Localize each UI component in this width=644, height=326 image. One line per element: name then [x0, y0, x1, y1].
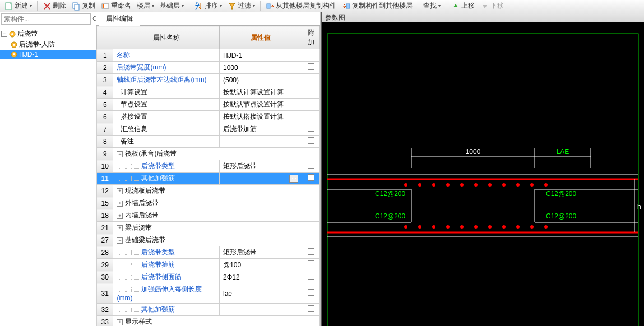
grid-row[interactable]: 6 搭接设置按默认搭接设置计算 [97, 111, 320, 123]
prop-add-cell[interactable] [302, 160, 320, 173]
grid-row[interactable]: 7 汇总信息后浇带加筋 [97, 123, 320, 136]
prop-name-cell[interactable]: 后浇带箍筋 [113, 259, 220, 271]
prop-value-cell[interactable]: ⋯ [219, 173, 302, 185]
grid-row[interactable]: 15+外墙后浇带 [97, 197, 320, 209]
expand-icon[interactable]: − [117, 151, 123, 157]
prop-name-cell[interactable]: 汇总信息 [113, 123, 220, 136]
grid-row[interactable]: 8 备注 [97, 136, 320, 148]
prop-value-cell[interactable]: 后浇带加筋 [219, 123, 302, 136]
expand-icon[interactable]: + [117, 213, 123, 219]
sort-button[interactable]: AZ 排序▾ [192, 0, 224, 12]
prop-add-cell[interactable] [302, 123, 320, 136]
grid-row[interactable]: 3轴线距后浇带左边线距离(mm)(500) [97, 74, 320, 86]
grid-row[interactable]: 31加强筋伸入每侧长度(mm)lae [97, 283, 320, 304]
prop-name-cell[interactable]: 后浇带类型 [113, 160, 220, 173]
prop-value-cell[interactable]: 按默认搭接设置计算 [219, 111, 302, 123]
prop-add-cell[interactable] [302, 259, 320, 271]
copy-button[interactable]: 复制 [70, 0, 98, 12]
diagram-canvas[interactable]: 1000LAEhC12@200C12@200C12@200C12@200 [322, 22, 644, 326]
prop-name-cell[interactable]: 其他加强筋 [113, 304, 220, 316]
grid-row[interactable]: 32其他加强筋 [97, 304, 320, 316]
checkbox[interactable] [308, 248, 314, 255]
grid-row[interactable]: 33+显示样式 [97, 316, 320, 327]
grid-row[interactable]: 28后浇带类型矩形后浇带 [97, 246, 320, 259]
prop-value-cell[interactable]: @100 [219, 259, 302, 271]
grid-row[interactable]: 30后浇带侧面筋2Φ12 [97, 271, 320, 283]
prop-value-cell[interactable] [219, 136, 302, 148]
prop-name-cell[interactable]: +现浇板后浇带 [113, 185, 320, 197]
prop-name-cell[interactable]: 节点设置 [113, 99, 220, 111]
prop-name-cell[interactable]: −基础梁后浇带 [113, 234, 320, 246]
rename-button[interactable]: 重命名 [99, 0, 133, 12]
prop-name-cell[interactable]: 其他加强筋 [113, 173, 220, 185]
prop-value-cell[interactable]: 按默认计算设置计算 [219, 86, 302, 99]
prop-add-cell[interactable] [302, 86, 320, 99]
checkbox[interactable] [308, 174, 314, 181]
prop-add-cell[interactable] [302, 173, 320, 185]
prop-name-cell[interactable]: 计算设置 [113, 86, 220, 99]
prop-value-cell[interactable]: lae [219, 283, 302, 304]
prop-add-cell[interactable] [302, 99, 320, 111]
prop-add-cell[interactable] [302, 49, 320, 62]
checkbox[interactable] [308, 137, 314, 144]
move-up-button[interactable]: 上移 [449, 0, 477, 12]
prop-name-cell[interactable]: 轴线距后浇带左边线距离(mm) [113, 74, 220, 86]
prop-add-cell[interactable] [302, 136, 320, 148]
prop-name-cell[interactable]: +外墙后浇带 [113, 197, 320, 209]
grid-row[interactable]: 4 计算设置按默认计算设置计算 [97, 86, 320, 99]
prop-value-cell[interactable]: (500) [219, 74, 302, 86]
grid-row[interactable]: 2后浇带宽度(mm)1000 [97, 62, 320, 74]
grid-row[interactable]: 21+梁后浇带 [97, 222, 320, 234]
prop-value-cell[interactable]: 矩形后浇带 [219, 246, 302, 259]
prop-value-cell[interactable]: 按默认节点设置计算 [219, 99, 302, 111]
ellipsis-button[interactable]: ⋯ [289, 175, 298, 183]
find-button[interactable]: 查找▾ [421, 0, 443, 12]
prop-name-cell[interactable]: 加强筋伸入每侧长度(mm) [113, 283, 220, 304]
prop-value-cell[interactable]: 矩形后浇带 [219, 160, 302, 173]
expand-icon[interactable]: + [117, 319, 123, 325]
tree-child-1[interactable]: 后浇带-人防 [0, 39, 96, 50]
prop-add-cell[interactable] [302, 111, 320, 123]
expand-icon[interactable]: − [117, 237, 123, 244]
prop-name-cell[interactable]: 备注 [113, 136, 220, 148]
expand-icon[interactable]: + [117, 225, 123, 231]
checkbox[interactable] [308, 63, 314, 70]
checkbox[interactable] [308, 273, 314, 280]
prop-name-cell[interactable]: +内墙后浇带 [113, 209, 320, 222]
grid-row[interactable]: 5 节点设置按默认节点设置计算 [97, 99, 320, 111]
grid-row[interactable]: 11其他加强筋⋯ [97, 173, 320, 185]
copy-from-other-button[interactable]: 从其他楼层复制构件 [263, 0, 339, 12]
move-down-button[interactable]: 下移 [478, 0, 506, 12]
prop-value-cell[interactable] [219, 304, 302, 316]
prop-add-cell[interactable] [302, 74, 320, 86]
prop-name-cell[interactable]: 后浇带类型 [113, 246, 220, 259]
grid-row[interactable]: 10后浇带类型矩形后浇带 [97, 160, 320, 173]
grid-row[interactable]: 1名称HJD-1 [97, 49, 320, 62]
expand-icon[interactable]: + [117, 188, 123, 194]
checkbox[interactable] [308, 162, 314, 169]
new-button[interactable]: 新建▾ [2, 0, 34, 12]
grid-row[interactable]: 27−基础梁后浇带 [97, 234, 320, 246]
search-input[interactable] [1, 13, 91, 25]
expand-icon[interactable]: − [1, 31, 7, 37]
prop-add-cell[interactable] [302, 283, 320, 304]
filter-button[interactable]: 过滤▾ [225, 0, 257, 12]
grid-row[interactable]: 9−筏板(承台)后浇带 [97, 148, 320, 160]
prop-name-cell[interactable]: 后浇带侧面筋 [113, 271, 220, 283]
tab-property-edit[interactable]: 属性编辑 [99, 12, 140, 26]
delete-button[interactable]: 删除 [40, 0, 68, 12]
checkbox[interactable] [308, 260, 314, 267]
checkbox[interactable] [308, 289, 314, 296]
grid-row[interactable]: 29后浇带箍筋@100 [97, 259, 320, 271]
prop-add-cell[interactable] [302, 246, 320, 259]
prop-name-cell[interactable]: 名称 [113, 49, 220, 62]
prop-add-cell[interactable] [302, 304, 320, 316]
foundation-button[interactable]: 基础层 ▾ [157, 0, 186, 12]
checkbox[interactable] [308, 76, 314, 82]
prop-add-cell[interactable] [302, 62, 320, 74]
tree-root[interactable]: − 后浇带 [0, 29, 96, 39]
prop-name-cell[interactable]: +梁后浇带 [113, 222, 320, 234]
checkbox[interactable] [308, 125, 314, 132]
tree-child-2[interactable]: HJD-1 [0, 50, 96, 59]
prop-name-cell[interactable]: 后浇带宽度(mm) [113, 62, 220, 74]
